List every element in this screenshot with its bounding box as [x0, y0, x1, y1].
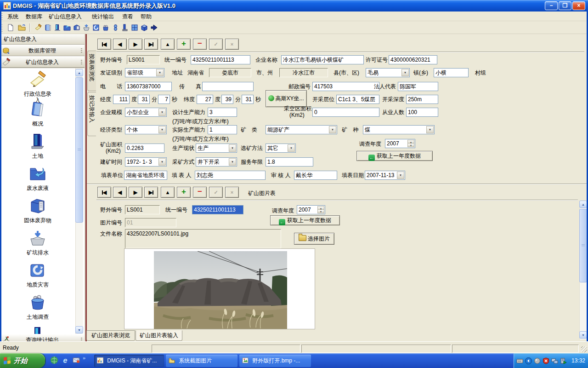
- nav-next-button[interactable]: ▶: [129, 39, 142, 50]
- tray-security-shield-icon[interactable]: [543, 357, 549, 364]
- lng-sec-input[interactable]: 7: [158, 95, 170, 104]
- sidebar-group-entry[interactable]: 矿山信息录入: [0, 56, 85, 68]
- phone-input[interactable]: 13607387000: [125, 82, 172, 91]
- pic-nav-last-button[interactable]: ▶: [144, 187, 158, 198]
- pic-no-box[interactable]: 01: [125, 218, 176, 227]
- nav-delete-button[interactable]: −: [193, 39, 207, 50]
- toolbar-admin-entry-icon[interactable]: [34, 23, 42, 32]
- toolbar-pump-icon[interactable]: [111, 23, 119, 32]
- quicklaunch-ie-icon[interactable]: e: [61, 356, 70, 365]
- pic-field-no-box[interactable]: LS001: [125, 205, 160, 214]
- nav-prev-button[interactable]: ◀: [113, 39, 127, 50]
- pic-nav-confirm-button[interactable]: ✓: [209, 187, 223, 198]
- spin-down-icon[interactable]: ▼: [407, 143, 414, 147]
- toolbar-geo-hazard-icon[interactable]: [92, 23, 100, 32]
- field-no-box[interactable]: LS001: [127, 55, 160, 64]
- cert-level-select[interactable]: 省部级▼: [125, 68, 164, 77]
- toolbar-land-survey-icon[interactable]: [102, 23, 110, 32]
- choose-picture-button[interactable]: 选择图片: [294, 233, 334, 245]
- file-name-box[interactable]: 4325022007LS00101.jpg: [125, 229, 281, 248]
- pic-year-spinner[interactable]: 2007 ▲ ▼: [297, 205, 325, 214]
- tray-volume-icon[interactable]: [534, 357, 541, 364]
- fetch-prev-year-button[interactable]: ←获取上一年度数据: [356, 151, 433, 161]
- toolbar-grid-icon[interactable]: [130, 23, 139, 32]
- lng-min-input[interactable]: 31: [138, 95, 150, 104]
- nav-confirm-button[interactable]: ✓: [209, 39, 223, 50]
- sidebar-scroll-thumb[interactable]: [75, 77, 83, 223]
- design-cap-input[interactable]: 3: [208, 108, 237, 117]
- status-select[interactable]: 生产▼: [196, 144, 237, 153]
- city-box[interactable]: 娄底市: [209, 68, 251, 77]
- checker-input[interactable]: 戴长华: [294, 171, 337, 180]
- toolbar-grip[interactable]: [1, 23, 3, 32]
- toolbar-exit-icon[interactable]: [150, 23, 158, 32]
- chevron-down-icon[interactable]: ▼: [401, 69, 409, 76]
- chevron-down-icon[interactable]: ▼: [397, 172, 404, 179]
- chevron-down-icon[interactable]: ▼: [329, 126, 336, 133]
- layer-input[interactable]: C1c1 3、5煤层: [336, 95, 379, 104]
- build-date-select[interactable]: 1972- 1- 3▼: [125, 157, 167, 167]
- spin-down-icon[interactable]: ▼: [317, 209, 324, 213]
- toolbar-land-icon[interactable]: [53, 23, 62, 32]
- toolbar-column-icon[interactable]: [121, 23, 129, 32]
- resize-grip[interactable]: [581, 346, 587, 352]
- dressing-select[interactable]: 其它▼: [266, 144, 296, 153]
- scroll-up-icon[interactable]: ▲: [579, 201, 587, 208]
- sidebar-item-wastewater[interactable]: 废水废液: [6, 165, 69, 191]
- pic-nav-up-button[interactable]: ▲: [161, 187, 175, 198]
- filler-input[interactable]: 刘志尧: [195, 171, 266, 180]
- pic-unified-no-input[interactable]: 43250211001113: [192, 205, 243, 214]
- city2-box[interactable]: 冷水江市: [279, 68, 328, 77]
- service-input[interactable]: 1.8: [266, 157, 313, 167]
- lat-min-input[interactable]: 39: [221, 95, 233, 104]
- sidebar-item-land[interactable]: 土地: [6, 133, 69, 159]
- sidebar-group-database[interactable]: 数据库管理: [0, 45, 85, 56]
- actual-cap-input[interactable]: 1: [208, 125, 237, 134]
- toolbar-wastewater-icon[interactable]: [63, 23, 71, 32]
- tab-picture-browse[interactable]: 矿山图片表浏览: [86, 330, 135, 341]
- tab-picture-entry[interactable]: 矿山图片表输入: [136, 330, 182, 341]
- nav-last-button[interactable]: ▶: [144, 39, 158, 50]
- new-document-icon[interactable]: [6, 23, 15, 32]
- sidebar-item-partial[interactable]: [6, 326, 69, 334]
- sidebar-item-drainage[interactable]: 矿坑排水: [6, 230, 69, 256]
- menu-mine-entry[interactable]: 矿山信息录入: [47, 13, 84, 20]
- tray-keyboard-icon[interactable]: [516, 357, 523, 364]
- mine-class-select[interactable]: 能源矿产▼: [266, 125, 337, 134]
- menu-system[interactable]: 系统: [6, 13, 20, 20]
- sidebar-item-land-survey[interactable]: 土地调查: [6, 294, 69, 320]
- chevron-down-icon[interactable]: ▼: [158, 126, 166, 133]
- toolbar-drainage-icon[interactable]: [82, 23, 90, 32]
- license-input[interactable]: 4300000620321: [389, 55, 437, 64]
- unified-no-input[interactable]: 43250211001113: [191, 55, 250, 64]
- menu-view[interactable]: 查看: [120, 13, 135, 20]
- pic-nav-delete-button[interactable]: −: [193, 187, 207, 198]
- nav-cancel-button[interactable]: ×: [225, 39, 239, 50]
- taskbar-task-bmp[interactable]: 野外版打开.bmp -...: [239, 355, 311, 367]
- minimize-button[interactable]: −: [545, 1, 558, 10]
- pic-nav-next-button[interactable]: ▶: [129, 187, 142, 198]
- scroll-up-icon[interactable]: ▲: [75, 69, 83, 76]
- fax-input[interactable]: [202, 82, 254, 91]
- chevron-down-icon[interactable]: ▼: [158, 109, 166, 116]
- workers-input[interactable]: 100: [406, 108, 438, 117]
- taskbar-task-dmgis[interactable]: DMGIS - 湖南省矿...: [94, 355, 164, 367]
- mine-kind-select[interactable]: 煤▼: [363, 125, 435, 134]
- chevron-down-icon[interactable]: ▼: [229, 144, 236, 152]
- town-input[interactable]: 小横: [434, 68, 469, 77]
- legal-input[interactable]: 陈国军: [398, 82, 438, 91]
- open-folder-icon[interactable]: [17, 23, 26, 32]
- nav-up-button[interactable]: ▲: [161, 39, 175, 50]
- postcode-input[interactable]: 417503: [312, 82, 379, 91]
- chevron-down-icon[interactable]: ▼: [288, 144, 295, 152]
- chevron-down-icon[interactable]: ▼: [229, 158, 236, 166]
- pic-nav-prev-button[interactable]: ◀: [113, 187, 127, 198]
- toolbar-solid-waste-icon[interactable]: [73, 23, 81, 32]
- tray-network-icon[interactable]: [551, 357, 558, 364]
- unit-input[interactable]: 湖南省地质环境: [124, 171, 167, 180]
- taskbar-task-folder[interactable]: 系统截图图片: [166, 355, 237, 367]
- area-input[interactable]: 0.2263: [125, 144, 164, 153]
- start-button[interactable]: 开始: [0, 353, 45, 368]
- menu-stats-output[interactable]: 统计输出: [90, 13, 116, 20]
- tray-database-icon[interactable]: [560, 357, 567, 364]
